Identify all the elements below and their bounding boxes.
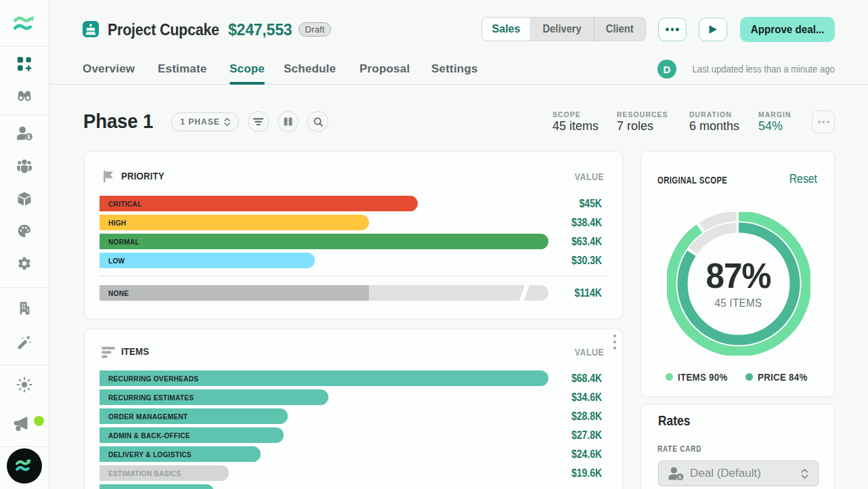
- svg-text:$: $: [678, 473, 682, 480]
- svg-text:$: $: [27, 134, 30, 140]
